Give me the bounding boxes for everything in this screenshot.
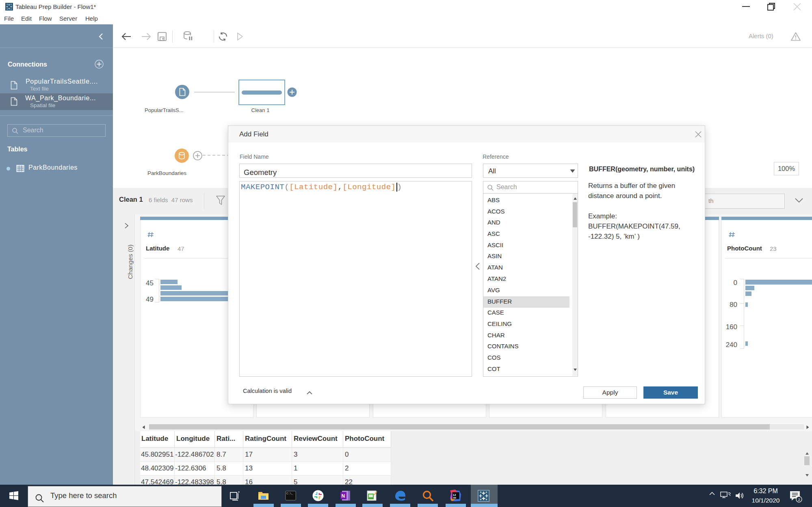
svg-text:IJ: IJ	[453, 493, 456, 497]
svg-text:C:\_: C:\_	[286, 492, 294, 495]
svg-text:2: 2	[798, 497, 800, 502]
svg-text:N: N	[342, 493, 345, 499]
